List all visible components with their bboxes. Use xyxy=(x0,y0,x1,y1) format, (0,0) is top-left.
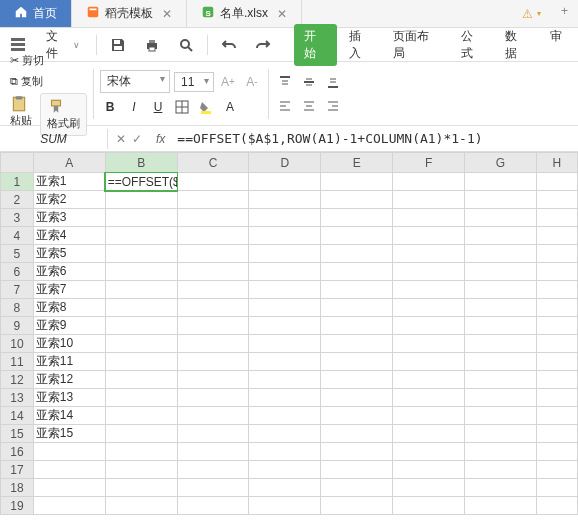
cell[interactable] xyxy=(105,209,177,227)
ribbon-tab-layout[interactable]: 页面布局 xyxy=(383,24,448,66)
cell[interactable] xyxy=(105,461,177,479)
border-button[interactable] xyxy=(172,97,192,117)
cell[interactable] xyxy=(177,407,249,425)
cell[interactable] xyxy=(536,173,577,191)
cell[interactable] xyxy=(177,425,249,443)
row-header[interactable]: 7 xyxy=(1,281,34,299)
cell[interactable] xyxy=(465,425,537,443)
redo-icon[interactable] xyxy=(250,34,276,56)
cell[interactable] xyxy=(33,443,105,461)
bold-button[interactable]: B xyxy=(100,97,120,117)
cell[interactable] xyxy=(105,425,177,443)
cell[interactable] xyxy=(105,281,177,299)
row-header[interactable]: 5 xyxy=(1,245,34,263)
cell[interactable] xyxy=(177,281,249,299)
cell[interactable] xyxy=(105,497,177,515)
cell[interactable] xyxy=(536,479,577,497)
select-all-corner[interactable] xyxy=(1,153,34,173)
cell[interactable] xyxy=(249,263,321,281)
ribbon-tab-data[interactable]: 数据 xyxy=(495,24,538,66)
cell[interactable] xyxy=(105,245,177,263)
cell[interactable] xyxy=(249,461,321,479)
cell[interactable] xyxy=(177,191,249,209)
cancel-formula-button[interactable]: ✕ xyxy=(116,132,126,146)
cell[interactable] xyxy=(393,263,465,281)
cell[interactable] xyxy=(249,191,321,209)
cell[interactable] xyxy=(536,461,577,479)
cell[interactable] xyxy=(249,371,321,389)
align-right-button[interactable] xyxy=(323,96,343,116)
cell[interactable] xyxy=(321,407,393,425)
cell[interactable] xyxy=(105,191,177,209)
cell[interactable] xyxy=(33,461,105,479)
cell[interactable] xyxy=(105,299,177,317)
increase-font-button[interactable]: A+ xyxy=(218,72,238,92)
cell[interactable] xyxy=(465,227,537,245)
cell[interactable] xyxy=(393,389,465,407)
cell[interactable]: 亚索15 xyxy=(33,425,105,443)
row-header[interactable]: 3 xyxy=(1,209,34,227)
cell[interactable] xyxy=(33,497,105,515)
cell-editor[interactable]: ==OFFSET($A$1,ROW(A1)-1+COLUMN(A1)*1-1) xyxy=(106,173,177,191)
column-header[interactable]: H xyxy=(536,153,577,173)
cell[interactable] xyxy=(249,209,321,227)
cell[interactable] xyxy=(105,389,177,407)
undo-icon[interactable] xyxy=(216,34,242,56)
cell[interactable] xyxy=(321,173,393,191)
cell[interactable]: 亚索1 xyxy=(33,173,105,191)
cell[interactable] xyxy=(249,335,321,353)
cell[interactable] xyxy=(249,299,321,317)
cell[interactable] xyxy=(465,173,537,191)
ribbon-tab-start[interactable]: 开始 xyxy=(294,24,337,66)
cell[interactable] xyxy=(465,299,537,317)
cell[interactable] xyxy=(105,227,177,245)
fill-color-button[interactable] xyxy=(196,97,216,117)
cell[interactable] xyxy=(249,173,321,191)
cell[interactable] xyxy=(321,497,393,515)
cell[interactable] xyxy=(393,281,465,299)
ribbon-tab-insert[interactable]: 插入 xyxy=(339,24,382,66)
row-header[interactable]: 12 xyxy=(1,371,34,389)
cell[interactable] xyxy=(249,227,321,245)
cell[interactable]: ==OFFSET($A$1,ROW(A1)-1+COLUMN(A1)*1-1) xyxy=(105,173,177,191)
cell[interactable] xyxy=(465,479,537,497)
save-icon[interactable] xyxy=(105,34,131,56)
row-header[interactable]: 2 xyxy=(1,191,34,209)
cell[interactable] xyxy=(249,497,321,515)
cell[interactable]: 亚索9 xyxy=(33,317,105,335)
cell[interactable] xyxy=(105,335,177,353)
cell[interactable]: 亚索4 xyxy=(33,227,105,245)
column-header[interactable]: A xyxy=(33,153,105,173)
cell[interactable] xyxy=(536,335,577,353)
cell[interactable] xyxy=(249,407,321,425)
preview-icon[interactable] xyxy=(173,34,199,56)
cell[interactable] xyxy=(321,281,393,299)
cell[interactable] xyxy=(105,443,177,461)
confirm-formula-button[interactable]: ✓ xyxy=(132,132,142,146)
cell[interactable] xyxy=(321,443,393,461)
copy-button[interactable]: ⧉ 复制 xyxy=(6,72,48,91)
cell[interactable] xyxy=(177,461,249,479)
row-header[interactable]: 14 xyxy=(1,407,34,425)
close-icon[interactable]: ✕ xyxy=(277,7,287,21)
cell[interactable] xyxy=(393,245,465,263)
cell[interactable] xyxy=(249,353,321,371)
cell[interactable] xyxy=(465,371,537,389)
cell[interactable] xyxy=(393,443,465,461)
cell[interactable] xyxy=(177,479,249,497)
cell[interactable] xyxy=(465,353,537,371)
cell[interactable] xyxy=(177,371,249,389)
cell[interactable] xyxy=(321,299,393,317)
row-header[interactable]: 4 xyxy=(1,227,34,245)
cell[interactable]: 亚索13 xyxy=(33,389,105,407)
cell[interactable] xyxy=(465,263,537,281)
cell[interactable] xyxy=(536,407,577,425)
underline-button[interactable]: U xyxy=(148,97,168,117)
italic-button[interactable]: I xyxy=(124,97,144,117)
cell[interactable] xyxy=(465,209,537,227)
cell[interactable] xyxy=(249,281,321,299)
decrease-font-button[interactable]: A- xyxy=(242,72,262,92)
column-header[interactable]: G xyxy=(465,153,537,173)
cell[interactable] xyxy=(536,245,577,263)
cell[interactable] xyxy=(536,497,577,515)
